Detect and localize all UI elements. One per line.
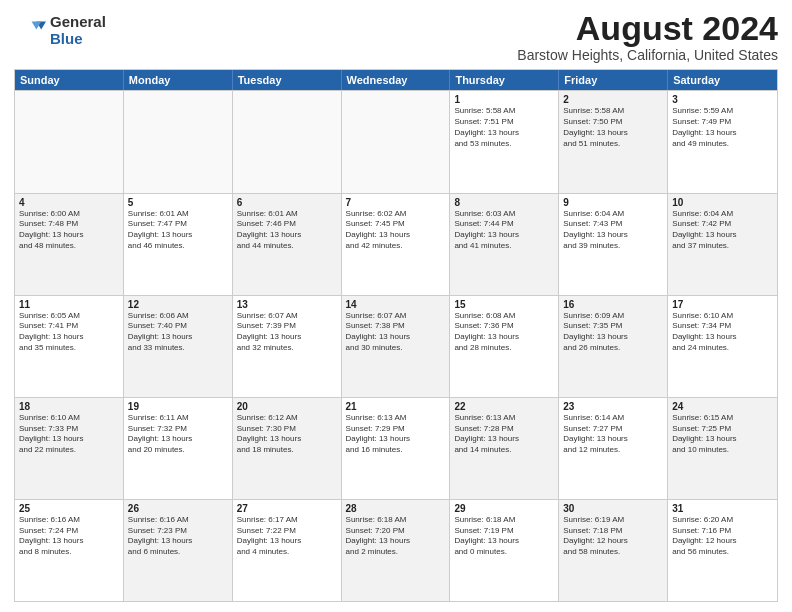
day-number: 8	[454, 197, 554, 208]
calendar-cell: 12Sunrise: 6:06 AM Sunset: 7:40 PM Dayli…	[124, 296, 233, 397]
calendar-body: 1Sunrise: 5:58 AM Sunset: 7:51 PM Daylig…	[15, 90, 777, 601]
calendar-cell: 6Sunrise: 6:01 AM Sunset: 7:46 PM Daylig…	[233, 194, 342, 295]
cell-details: Sunrise: 6:08 AM Sunset: 7:36 PM Dayligh…	[454, 311, 554, 354]
calendar-header-cell: Sunday	[15, 70, 124, 90]
cell-details: Sunrise: 6:06 AM Sunset: 7:40 PM Dayligh…	[128, 311, 228, 354]
cell-details: Sunrise: 6:07 AM Sunset: 7:39 PM Dayligh…	[237, 311, 337, 354]
cell-details: Sunrise: 6:16 AM Sunset: 7:24 PM Dayligh…	[19, 515, 119, 558]
calendar-cell: 13Sunrise: 6:07 AM Sunset: 7:39 PM Dayli…	[233, 296, 342, 397]
calendar-header-cell: Thursday	[450, 70, 559, 90]
calendar-cell: 2Sunrise: 5:58 AM Sunset: 7:50 PM Daylig…	[559, 91, 668, 192]
calendar-cell: 20Sunrise: 6:12 AM Sunset: 7:30 PM Dayli…	[233, 398, 342, 499]
calendar-cell: 14Sunrise: 6:07 AM Sunset: 7:38 PM Dayli…	[342, 296, 451, 397]
calendar-cell: 22Sunrise: 6:13 AM Sunset: 7:28 PM Dayli…	[450, 398, 559, 499]
cell-details: Sunrise: 5:58 AM Sunset: 7:51 PM Dayligh…	[454, 106, 554, 149]
day-number: 23	[563, 401, 663, 412]
calendar-cell: 9Sunrise: 6:04 AM Sunset: 7:43 PM Daylig…	[559, 194, 668, 295]
calendar-header-row: SundayMondayTuesdayWednesdayThursdayFrid…	[15, 70, 777, 90]
calendar-cell: 7Sunrise: 6:02 AM Sunset: 7:45 PM Daylig…	[342, 194, 451, 295]
cell-details: Sunrise: 6:13 AM Sunset: 7:29 PM Dayligh…	[346, 413, 446, 456]
logo-text: General Blue	[50, 14, 106, 47]
day-number: 13	[237, 299, 337, 310]
cell-details: Sunrise: 6:10 AM Sunset: 7:33 PM Dayligh…	[19, 413, 119, 456]
calendar-cell	[124, 91, 233, 192]
month-title: August 2024	[517, 10, 778, 47]
calendar-cell: 1Sunrise: 5:58 AM Sunset: 7:51 PM Daylig…	[450, 91, 559, 192]
calendar-header-cell: Tuesday	[233, 70, 342, 90]
calendar-cell: 29Sunrise: 6:18 AM Sunset: 7:19 PM Dayli…	[450, 500, 559, 601]
calendar-week-row: 18Sunrise: 6:10 AM Sunset: 7:33 PM Dayli…	[15, 397, 777, 499]
day-number: 21	[346, 401, 446, 412]
calendar-cell: 4Sunrise: 6:00 AM Sunset: 7:48 PM Daylig…	[15, 194, 124, 295]
cell-details: Sunrise: 6:18 AM Sunset: 7:20 PM Dayligh…	[346, 515, 446, 558]
cell-details: Sunrise: 6:18 AM Sunset: 7:19 PM Dayligh…	[454, 515, 554, 558]
day-number: 22	[454, 401, 554, 412]
day-number: 16	[563, 299, 663, 310]
day-number: 5	[128, 197, 228, 208]
cell-details: Sunrise: 6:00 AM Sunset: 7:48 PM Dayligh…	[19, 209, 119, 252]
calendar-cell	[233, 91, 342, 192]
cell-details: Sunrise: 6:17 AM Sunset: 7:22 PM Dayligh…	[237, 515, 337, 558]
title-block: August 2024 Barstow Heights, California,…	[517, 10, 778, 63]
cell-details: Sunrise: 6:12 AM Sunset: 7:30 PM Dayligh…	[237, 413, 337, 456]
day-number: 7	[346, 197, 446, 208]
logo-blue-label: Blue	[50, 31, 106, 48]
cell-details: Sunrise: 6:16 AM Sunset: 7:23 PM Dayligh…	[128, 515, 228, 558]
day-number: 17	[672, 299, 773, 310]
calendar-cell: 5Sunrise: 6:01 AM Sunset: 7:47 PM Daylig…	[124, 194, 233, 295]
calendar-cell: 27Sunrise: 6:17 AM Sunset: 7:22 PM Dayli…	[233, 500, 342, 601]
cell-details: Sunrise: 5:59 AM Sunset: 7:49 PM Dayligh…	[672, 106, 773, 149]
cell-details: Sunrise: 6:02 AM Sunset: 7:45 PM Dayligh…	[346, 209, 446, 252]
calendar-week-row: 25Sunrise: 6:16 AM Sunset: 7:24 PM Dayli…	[15, 499, 777, 601]
day-number: 31	[672, 503, 773, 514]
calendar-cell: 3Sunrise: 5:59 AM Sunset: 7:49 PM Daylig…	[668, 91, 777, 192]
page: General Blue August 2024 Barstow Heights…	[0, 0, 792, 612]
calendar-cell: 16Sunrise: 6:09 AM Sunset: 7:35 PM Dayli…	[559, 296, 668, 397]
day-number: 20	[237, 401, 337, 412]
calendar: SundayMondayTuesdayWednesdayThursdayFrid…	[14, 69, 778, 602]
calendar-cell: 15Sunrise: 6:08 AM Sunset: 7:36 PM Dayli…	[450, 296, 559, 397]
calendar-cell	[15, 91, 124, 192]
header: General Blue August 2024 Barstow Heights…	[14, 10, 778, 63]
calendar-cell: 25Sunrise: 6:16 AM Sunset: 7:24 PM Dayli…	[15, 500, 124, 601]
calendar-week-row: 1Sunrise: 5:58 AM Sunset: 7:51 PM Daylig…	[15, 90, 777, 192]
cell-details: Sunrise: 6:15 AM Sunset: 7:25 PM Dayligh…	[672, 413, 773, 456]
day-number: 30	[563, 503, 663, 514]
calendar-header-cell: Wednesday	[342, 70, 451, 90]
day-number: 4	[19, 197, 119, 208]
logo: General Blue	[14, 14, 106, 47]
cell-details: Sunrise: 6:07 AM Sunset: 7:38 PM Dayligh…	[346, 311, 446, 354]
cell-details: Sunrise: 6:04 AM Sunset: 7:42 PM Dayligh…	[672, 209, 773, 252]
day-number: 27	[237, 503, 337, 514]
day-number: 28	[346, 503, 446, 514]
calendar-cell: 23Sunrise: 6:14 AM Sunset: 7:27 PM Dayli…	[559, 398, 668, 499]
calendar-week-row: 11Sunrise: 6:05 AM Sunset: 7:41 PM Dayli…	[15, 295, 777, 397]
calendar-cell	[342, 91, 451, 192]
cell-details: Sunrise: 6:11 AM Sunset: 7:32 PM Dayligh…	[128, 413, 228, 456]
calendar-cell: 31Sunrise: 6:20 AM Sunset: 7:16 PM Dayli…	[668, 500, 777, 601]
day-number: 12	[128, 299, 228, 310]
day-number: 14	[346, 299, 446, 310]
calendar-cell: 26Sunrise: 6:16 AM Sunset: 7:23 PM Dayli…	[124, 500, 233, 601]
day-number: 19	[128, 401, 228, 412]
day-number: 1	[454, 94, 554, 105]
cell-details: Sunrise: 6:10 AM Sunset: 7:34 PM Dayligh…	[672, 311, 773, 354]
day-number: 10	[672, 197, 773, 208]
cell-details: Sunrise: 6:09 AM Sunset: 7:35 PM Dayligh…	[563, 311, 663, 354]
cell-details: Sunrise: 6:03 AM Sunset: 7:44 PM Dayligh…	[454, 209, 554, 252]
calendar-cell: 8Sunrise: 6:03 AM Sunset: 7:44 PM Daylig…	[450, 194, 559, 295]
cell-details: Sunrise: 6:01 AM Sunset: 7:46 PM Dayligh…	[237, 209, 337, 252]
day-number: 3	[672, 94, 773, 105]
day-number: 29	[454, 503, 554, 514]
cell-details: Sunrise: 6:13 AM Sunset: 7:28 PM Dayligh…	[454, 413, 554, 456]
logo-icon	[14, 15, 46, 47]
day-number: 15	[454, 299, 554, 310]
calendar-header-cell: Monday	[124, 70, 233, 90]
day-number: 11	[19, 299, 119, 310]
cell-details: Sunrise: 6:05 AM Sunset: 7:41 PM Dayligh…	[19, 311, 119, 354]
cell-details: Sunrise: 5:58 AM Sunset: 7:50 PM Dayligh…	[563, 106, 663, 149]
cell-details: Sunrise: 6:19 AM Sunset: 7:18 PM Dayligh…	[563, 515, 663, 558]
calendar-header-cell: Friday	[559, 70, 668, 90]
calendar-header-cell: Saturday	[668, 70, 777, 90]
day-number: 26	[128, 503, 228, 514]
